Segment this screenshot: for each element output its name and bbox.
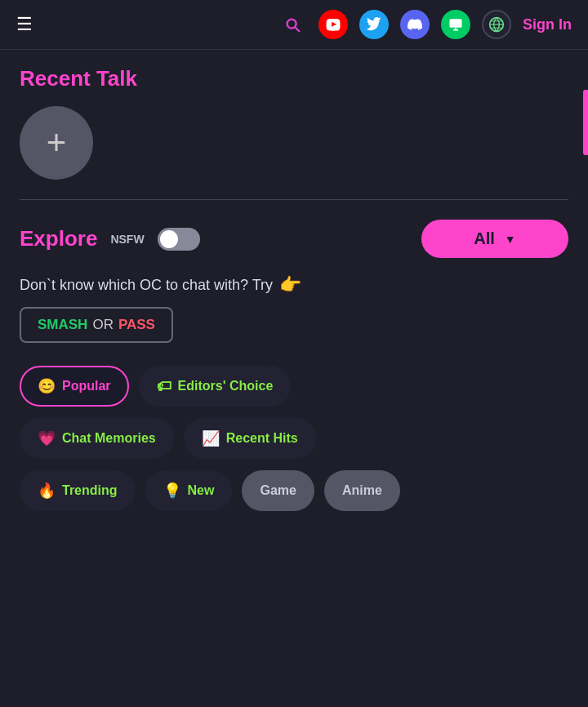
recent-hits-label: Recent Hits — [226, 431, 298, 446]
smash-or-pass-button[interactable]: SMASH OR PASS — [20, 307, 173, 343]
category-dropdown[interactable]: All ▼ — [421, 220, 568, 258]
svg-rect-0 — [450, 19, 462, 28]
header-left: ☰ — [16, 16, 33, 33]
main-content: Recent Talk + Explore NSFW All ▼ Don`t k… — [0, 50, 588, 539]
scroll-indicator — [583, 90, 588, 155]
header: ☰ — [0, 0, 588, 50]
pass-label: PASS — [118, 317, 155, 333]
pill-chat-memories[interactable]: 💗 Chat Memories — [20, 418, 174, 459]
sign-in-button[interactable]: Sign In — [523, 16, 572, 33]
or-label: OR — [92, 317, 114, 333]
add-chat-button[interactable]: + — [20, 106, 93, 180]
explore-section: Explore NSFW All ▼ Don`t know which OC t… — [20, 220, 568, 511]
chat-memories-icon: 💗 — [38, 429, 56, 447]
pill-anime[interactable]: Anime — [324, 470, 400, 511]
discord-icon[interactable] — [400, 10, 430, 39]
hamburger-icon[interactable]: ☰ — [16, 16, 33, 33]
recent-hits-icon: 📈 — [202, 429, 220, 447]
toggle-thumb — [160, 230, 178, 248]
recent-talk-title: Recent Talk — [20, 66, 568, 91]
trending-label: Trending — [62, 483, 118, 498]
section-divider — [20, 199, 568, 200]
pill-new[interactable]: 💡 New — [145, 470, 233, 511]
plus-icon: + — [47, 126, 67, 160]
popular-icon: 😊 — [38, 377, 56, 395]
pill-recent-hits[interactable]: 📈 Recent Hits — [184, 418, 316, 459]
pill-editors-choice[interactable]: 🏷 Editors' Choice — [139, 366, 292, 407]
explore-hint: Don`t know which OC to chat with? Try 👉 — [20, 274, 568, 296]
hint-text: Don`t know which OC to chat with? Try — [20, 277, 273, 294]
finger-emoji: 👉 — [279, 274, 301, 296]
popular-label: Popular — [62, 379, 111, 394]
youtube-icon[interactable] — [318, 10, 348, 39]
dropdown-label: All — [474, 229, 495, 248]
smash-label: SMASH — [38, 317, 87, 333]
editors-choice-label: Editors' Choice — [178, 379, 274, 394]
new-icon: 💡 — [163, 482, 181, 500]
pills-row-3: 🔥 Trending 💡 New Game Anime — [20, 470, 568, 511]
recent-talk-section: Recent Talk + — [20, 66, 568, 180]
anime-label: Anime — [342, 483, 382, 498]
toggle-track[interactable] — [158, 228, 200, 251]
chevron-down-icon: ▼ — [505, 233, 516, 246]
search-icon[interactable] — [278, 10, 307, 39]
nsfw-toggle[interactable] — [158, 228, 200, 251]
explore-header: Explore NSFW All ▼ — [20, 220, 568, 258]
globe-icon[interactable] — [482, 10, 511, 39]
monitor-icon[interactable] — [441, 10, 470, 39]
pill-game[interactable]: Game — [242, 470, 314, 511]
pills-row-1: 😊 Popular 🏷 Editors' Choice — [20, 366, 568, 407]
trending-icon: 🔥 — [38, 482, 56, 500]
twitter-icon[interactable] — [359, 10, 389, 39]
nsfw-label: NSFW — [110, 233, 144, 246]
header-right: Sign In — [278, 10, 572, 39]
pill-popular[interactable]: 😊 Popular — [20, 366, 129, 407]
editors-choice-icon: 🏷 — [157, 378, 172, 395]
new-label: New — [188, 483, 215, 498]
game-label: Game — [260, 483, 296, 498]
chat-memories-label: Chat Memories — [62, 431, 156, 446]
explore-title: Explore — [20, 226, 97, 251]
pill-trending[interactable]: 🔥 Trending — [20, 470, 136, 511]
pills-row-2: 💗 Chat Memories 📈 Recent Hits — [20, 418, 568, 459]
